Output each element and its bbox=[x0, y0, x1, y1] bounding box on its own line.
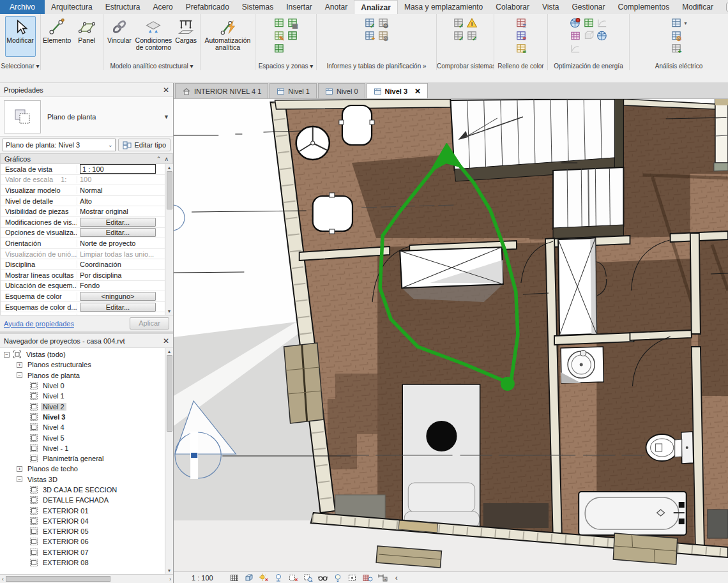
show-disconnects-icon[interactable]: ! bbox=[466, 17, 478, 29]
chevron-down-icon[interactable]: ▼ bbox=[163, 114, 169, 120]
cabinet-dark[interactable] bbox=[708, 510, 728, 538]
space-icon[interactable] bbox=[273, 17, 285, 29]
property-value[interactable]: 1 : 100 bbox=[77, 164, 165, 174]
edit-value-button[interactable]: Editar... bbox=[80, 218, 156, 227]
schedule-settings-icon[interactable]: ⚙ bbox=[377, 30, 389, 42]
crop-region-icon[interactable] bbox=[303, 573, 313, 583]
armchair-left[interactable] bbox=[313, 193, 353, 234]
tree-item-nivel-3[interactable]: Nivel 3 bbox=[0, 412, 165, 422]
tree-item-label[interactable]: EXTERIOR 05 bbox=[41, 527, 91, 535]
tree-item-planos-de-planta[interactable]: −Planos de planta bbox=[0, 370, 165, 381]
dark-mat[interactable] bbox=[483, 503, 549, 528]
edit-value-button[interactable]: <ninguno> bbox=[80, 292, 156, 301]
schedule-quantities-icon[interactable]: ✓ bbox=[364, 17, 375, 29]
view-tab-nivel-0[interactable]: Nivel 0 bbox=[318, 83, 365, 98]
tree-item-label[interactable]: Nivel 5 bbox=[41, 434, 66, 442]
temporary-hide-icon[interactable] bbox=[347, 573, 358, 583]
detail-level-icon[interactable] bbox=[229, 573, 239, 583]
expand-node-icon[interactable]: + bbox=[17, 466, 22, 472]
ceiling-fan[interactable] bbox=[296, 126, 330, 160]
tree-item-vistas-todo-[interactable]: −Vistas (todo) bbox=[0, 349, 165, 360]
tree-item-label[interactable]: Planos estructurales bbox=[26, 361, 93, 368]
ribbon-tab-anotar[interactable]: Anotar bbox=[319, 0, 354, 14]
ribbon-tab-archivo[interactable]: Archivo bbox=[0, 0, 45, 14]
scroll-left-icon[interactable]: ‹ bbox=[2, 576, 4, 582]
elemento-button[interactable]: Elemento bbox=[42, 16, 72, 44]
zone-icon[interactable] bbox=[273, 43, 285, 54]
visual-style-icon[interactable] bbox=[244, 573, 254, 583]
property-value[interactable]: Mostrar original bbox=[77, 208, 165, 215]
demand-factors-icon[interactable]: ⚙ bbox=[671, 30, 682, 42]
energy-settings-icon[interactable] bbox=[583, 17, 595, 29]
tree-item-label[interactable]: DETALLE FACHADA bbox=[41, 496, 110, 504]
table-crossed[interactable] bbox=[400, 247, 503, 302]
scale-editbox[interactable]: 1 : 100 bbox=[80, 164, 156, 174]
view-scale[interactable]: 1 : 100 bbox=[192, 574, 213, 582]
unlocked-view-icon[interactable] bbox=[317, 573, 328, 583]
ribbon-tab-analizar[interactable]: Analizar bbox=[354, 0, 398, 14]
scroll-thumb[interactable] bbox=[6, 576, 110, 582]
edit-value-button[interactable]: Editar... bbox=[80, 228, 156, 237]
tree-item-label[interactable]: 3D CAJA DE SECCION bbox=[41, 486, 119, 494]
view-tab-nivel-1[interactable]: Nivel 1 bbox=[269, 83, 317, 98]
browser-scrollbar[interactable]: ▲ ▼ bbox=[165, 348, 173, 574]
tree-item-label[interactable]: EXTERIOR 06 bbox=[41, 538, 91, 545]
property-value[interactable]: Coordinación bbox=[77, 261, 165, 268]
ribbon-tab-complementos[interactable]: Complementos bbox=[612, 0, 676, 14]
shower[interactable] bbox=[558, 238, 596, 335]
tree-item-label[interactable]: EXTERIOR 07 bbox=[41, 549, 91, 556]
check-pipe-systems-icon[interactable]: ✓ bbox=[453, 30, 464, 42]
property-value[interactable]: Limpiar todas las unio... bbox=[77, 250, 165, 258]
optimize-energy-icon[interactable] bbox=[596, 30, 608, 42]
collapse-section-icon[interactable]: ⌃ ∧ bbox=[156, 156, 169, 162]
sink[interactable] bbox=[561, 347, 603, 383]
color-fill-legend-icon[interactable]: ≡ bbox=[515, 43, 527, 54]
property-value[interactable]: <ninguno> bbox=[77, 292, 165, 301]
modify-button[interactable]: Modificar bbox=[5, 16, 36, 57]
ribbon-tab-gestionar[interactable]: Gestionar bbox=[565, 0, 611, 14]
tree-item-nivel-1[interactable]: Nivel 1 bbox=[0, 391, 165, 401]
check-circuits-icon[interactable]: ✓ bbox=[466, 30, 478, 42]
type-preview-image[interactable] bbox=[4, 100, 41, 133]
electrical-settings-icon[interactable] bbox=[671, 17, 682, 29]
shadows-icon[interactable] bbox=[273, 573, 284, 583]
ribbon-tab-modificar[interactable]: Modificar bbox=[676, 0, 720, 14]
graphical-column-schedule-icon[interactable]: ⚙ bbox=[377, 17, 389, 29]
tree-item-exterior-06[interactable]: EXTERIOR 06 bbox=[0, 536, 165, 547]
round-cushion[interactable] bbox=[426, 421, 457, 451]
constraints-icon[interactable]: a bbox=[377, 573, 388, 583]
tree-item-exterior-04[interactable]: EXTERIOR 04 bbox=[0, 516, 165, 526]
tree-item-label[interactable]: Planos de techo bbox=[26, 465, 80, 473]
property-value[interactable]: Editar... bbox=[77, 228, 165, 237]
tree-item-detalle-fachada[interactable]: DETALLE FACHADA bbox=[0, 495, 165, 505]
tree-item-planimetr-a-general[interactable]: Planimetría general bbox=[0, 453, 165, 464]
collapse-node-icon[interactable]: − bbox=[17, 372, 22, 378]
tree-item-label[interactable]: Planos de planta bbox=[26, 372, 82, 379]
floor-plan-canvas[interactable] bbox=[174, 99, 728, 572]
panel-label-espacios[interactable]: Espacios y zonas ▾ bbox=[255, 63, 316, 70]
type-selector[interactable]: Plano de planta: Nivel 3 ⌄ bbox=[3, 139, 116, 151]
collapse-node-icon[interactable]: − bbox=[17, 476, 22, 482]
ribbon-collapse-control[interactable]: ▲ ▾ bbox=[720, 0, 728, 14]
tree-item-exterior-05[interactable]: EXTERIOR 05 bbox=[0, 526, 165, 536]
expand-node-icon[interactable]: + bbox=[17, 362, 22, 368]
tree-item-3d-caja-de-seccion[interactable]: 3D CAJA DE SECCION bbox=[0, 485, 165, 495]
tree-item-label[interactable]: Nivel - 1 bbox=[41, 444, 70, 452]
ribbon-tab-prefabricado[interactable]: Prefabricado bbox=[179, 0, 236, 14]
space-tag-icon[interactable]: ✎ bbox=[273, 30, 285, 42]
browser-hscrollbar[interactable]: ‹ › bbox=[0, 574, 173, 583]
tree-item-nivel-4[interactable]: Nivel 4 bbox=[0, 422, 165, 432]
reveal-hidden-icon[interactable] bbox=[333, 573, 343, 583]
chevron-down-icon[interactable]: ▾ bbox=[684, 20, 686, 26]
show-crop-icon[interactable]: × bbox=[288, 573, 298, 583]
collapse-node-icon[interactable]: − bbox=[4, 352, 10, 358]
apply-button[interactable]: Aplicar bbox=[130, 317, 169, 329]
condiciones-button[interactable]: Condiciones de contorno bbox=[134, 16, 174, 51]
ribbon-tab-acero[interactable]: Acero bbox=[146, 0, 179, 14]
generate-load-icon[interactable]: + bbox=[671, 43, 682, 54]
tree-item-label[interactable]: Nivel 1 bbox=[41, 392, 66, 400]
tree-item-label[interactable]: Vistas (todo) bbox=[24, 351, 68, 358]
panel-label-informes[interactable]: Informes y tablas de planificación » bbox=[317, 63, 436, 70]
wardrobe[interactable] bbox=[714, 99, 728, 171]
material-takeoff-icon[interactable]: + bbox=[364, 30, 375, 42]
